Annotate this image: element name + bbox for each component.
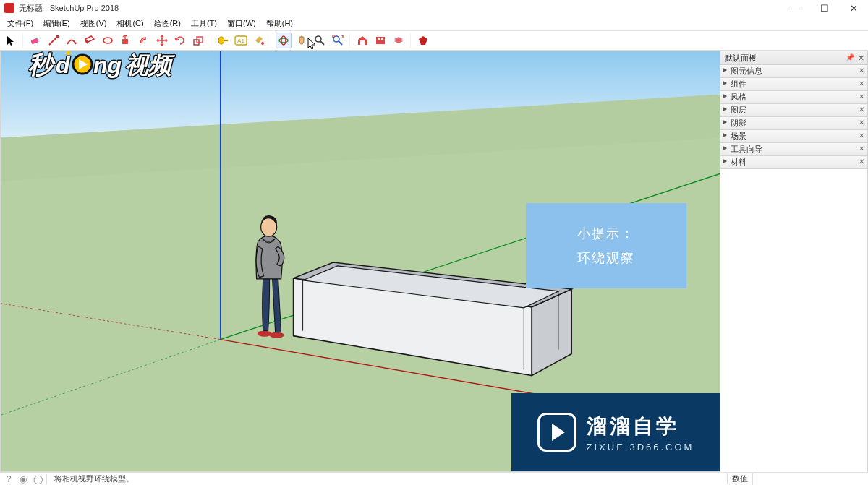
- svg-rect-18: [381, 38, 383, 40]
- arc-tool[interactable]: [64, 33, 80, 48]
- layers-tool[interactable]: [391, 33, 407, 48]
- hint-body: 环绕观察: [577, 249, 635, 267]
- svg-text:A1: A1: [237, 38, 244, 44]
- svg-point-14: [333, 36, 339, 42]
- zoom-tool[interactable]: [312, 33, 328, 48]
- svg-point-10: [261, 42, 264, 45]
- app-icon: [4, 3, 14, 13]
- svg-point-36: [270, 332, 284, 338]
- panel-components[interactable]: 组件✕: [720, 78, 868, 91]
- svg-rect-3: [122, 39, 128, 44]
- window-title: 无标题 - SketchUp Pro 2018: [19, 3, 119, 14]
- brand-banner: 溜溜自学 ZIXUE.3D66.COM: [511, 393, 720, 471]
- svg-text:d: d: [56, 52, 71, 78]
- move-tool[interactable]: [154, 33, 170, 48]
- eraser-tool[interactable]: [27, 33, 43, 48]
- paint-bucket-tool[interactable]: [251, 33, 267, 48]
- svg-rect-16: [376, 37, 385, 44]
- panel-entity-info[interactable]: 图元信息✕: [720, 65, 868, 78]
- main-toolbar: A1: [0, 30, 868, 51]
- tray-empty-area: [720, 169, 868, 472]
- close-button[interactable]: ✕: [839, 0, 868, 16]
- tray-title: 默认面板: [725, 53, 757, 64]
- pan-tool[interactable]: [294, 33, 310, 48]
- panel-close-icon[interactable]: ✕: [859, 145, 864, 153]
- maximize-button[interactable]: ☐: [810, 0, 839, 16]
- credits-icon[interactable]: ◯: [32, 473, 43, 485]
- workspace: 秒 d ng 视频 小提示： 环绕观察 溜溜自学 ZIXUE.3D66.COM: [0, 51, 868, 472]
- panel-close-icon[interactable]: ✕: [859, 80, 864, 87]
- svg-text:ng: ng: [93, 52, 122, 78]
- minimize-button[interactable]: —: [781, 0, 810, 16]
- scale-tool[interactable]: [190, 33, 206, 48]
- hint-panel: 小提示： 环绕观察: [526, 203, 686, 288]
- text-tool[interactable]: A1: [233, 33, 249, 48]
- help-icon[interactable]: ?: [3, 473, 14, 485]
- measurement-label: 数值: [727, 473, 752, 484]
- offset-tool[interactable]: [136, 33, 152, 48]
- pushpull-tool[interactable]: [118, 33, 134, 48]
- watermark-logo: 秒 d ng 视频: [28, 51, 176, 83]
- svg-text:秒: 秒: [28, 51, 56, 78]
- measurement-input[interactable]: [752, 473, 868, 485]
- panel-materials[interactable]: 材料✕: [720, 156, 868, 169]
- menu-window[interactable]: 窗口(W): [223, 17, 260, 30]
- menu-edit[interactable]: 编辑(E): [39, 17, 75, 30]
- rectangle-tool[interactable]: [82, 33, 98, 48]
- panel-close-icon[interactable]: ✕: [859, 158, 864, 166]
- menu-bar: 文件(F) 编辑(E) 视图(V) 相机(C) 绘图(R) 工具(T) 窗口(W…: [0, 16, 868, 30]
- line-tool[interactable]: [46, 33, 61, 48]
- svg-rect-1: [56, 35, 59, 38]
- tray-header[interactable]: 默认面板 📌 ✕: [720, 51, 868, 65]
- panel-shadows[interactable]: 阴影✕: [720, 117, 868, 130]
- ruby-tool[interactable]: [415, 33, 431, 48]
- panel-close-icon[interactable]: ✕: [859, 93, 864, 100]
- panel-layers[interactable]: 图层✕: [720, 104, 868, 117]
- panel-close-icon[interactable]: ✕: [859, 119, 864, 126]
- svg-rect-7: [224, 40, 228, 41]
- menu-file[interactable]: 文件(F): [3, 17, 38, 30]
- svg-point-13: [315, 36, 321, 42]
- svg-point-12: [281, 36, 286, 45]
- svg-rect-15: [360, 40, 365, 45]
- rotate-tool[interactable]: [172, 33, 188, 48]
- viewport-3d[interactable]: 秒 d ng 视频 小提示： 环绕观察 溜溜自学 ZIXUE.3D66.COM: [0, 51, 720, 472]
- tray-close-icon[interactable]: ✕: [858, 53, 864, 63]
- brand-sub: ZIXUE.3D66.COM: [587, 442, 694, 452]
- extension-warehouse-tool[interactable]: [373, 33, 388, 48]
- panel-styles[interactable]: 风格✕: [720, 91, 868, 104]
- svg-rect-17: [378, 38, 380, 40]
- panel-close-icon[interactable]: ✕: [859, 106, 864, 113]
- svg-point-43: [66, 51, 70, 55]
- svg-point-11: [279, 38, 288, 43]
- svg-point-2: [103, 38, 112, 43]
- orbit-tool[interactable]: [276, 33, 292, 48]
- window-controls: — ☐ ✕: [781, 0, 868, 16]
- svg-text:视频: 视频: [125, 52, 176, 78]
- svg-point-35: [258, 331, 272, 337]
- brand-title: 溜溜自学: [587, 413, 694, 440]
- status-bar: ? ◉ ◯ 将相机视野环绕模型。 数值: [0, 472, 868, 485]
- zoom-extents-tool[interactable]: [330, 33, 346, 48]
- menu-help[interactable]: 帮助(H): [262, 17, 297, 30]
- geolocation-icon[interactable]: ◉: [17, 473, 29, 485]
- circle-tool[interactable]: [100, 33, 116, 48]
- warehouse-tool[interactable]: [354, 33, 370, 48]
- select-tool[interactable]: [3, 33, 19, 48]
- panel-scenes[interactable]: 场景✕: [720, 130, 868, 143]
- panel-instructor[interactable]: 工具向导✕: [720, 143, 868, 156]
- menu-tools[interactable]: 工具(T): [187, 17, 221, 30]
- menu-draw[interactable]: 绘图(R): [150, 17, 185, 30]
- menu-view[interactable]: 视图(V): [76, 17, 111, 30]
- title-bar: 无标题 - SketchUp Pro 2018 — ☐ ✕: [0, 0, 868, 16]
- panel-close-icon[interactable]: ✕: [859, 66, 864, 74]
- default-tray: 默认面板 📌 ✕ 图元信息✕ 组件✕ 风格✕ 图层✕ 阴影✕ 场景✕ 工具向导✕…: [720, 51, 868, 472]
- panel-close-icon[interactable]: ✕: [859, 132, 864, 140]
- pin-icon[interactable]: 📌: [846, 53, 854, 61]
- tape-measure-tool[interactable]: [215, 33, 231, 48]
- menu-camera[interactable]: 相机(C): [112, 17, 148, 30]
- status-hint-text: 将相机视野环绕模型。: [54, 473, 134, 484]
- play-icon: [537, 413, 576, 452]
- hint-title: 小提示：: [577, 225, 635, 242]
- svg-point-6: [218, 37, 224, 44]
